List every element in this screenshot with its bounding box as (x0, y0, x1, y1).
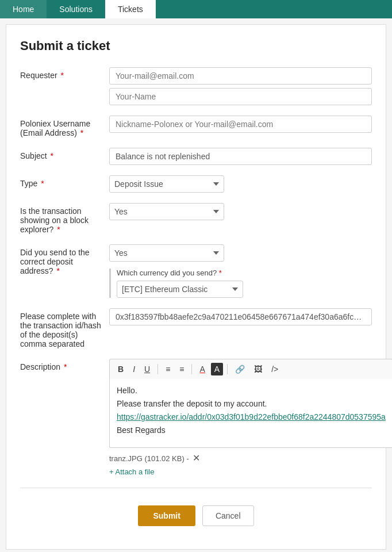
page-container: Submit a ticket Requester * Poloniex Use… (6, 24, 386, 550)
form-footer: Submit Cancel (20, 505, 372, 526)
requester-label: Requester * (20, 67, 109, 80)
toolbar-separator-1 (157, 364, 158, 374)
subject-label: Subject * (20, 148, 109, 160)
type-select[interactable]: Deposit Issue Withdrawal Issue Trade Iss… (109, 175, 224, 193)
nav-home[interactable]: Home (0, 0, 47, 18)
description-row: Description * B I U ≡ ≡ A A 🔗 🖼 /> Hello… (20, 359, 372, 476)
subject-row: Subject * (20, 148, 372, 165)
bg-color-button[interactable]: A (211, 363, 223, 375)
block-explorer-row: Is the transaction showing on a block ex… (20, 203, 372, 234)
transaction-field (109, 308, 372, 325)
description-line-3: https://gastracker.io/addr/0x03d3f01b9d2… (117, 411, 386, 423)
link-button[interactable]: 🔗 (232, 363, 248, 375)
poloniex-field (109, 116, 372, 133)
type-field: Deposit Issue Withdrawal Issue Trade Iss… (109, 175, 372, 193)
page-title: Submit a ticket (20, 39, 372, 53)
editor-toolbar: B I U ≡ ≡ A A 🔗 🖼 /> (109, 359, 392, 379)
description-line-4: Best Regards (117, 424, 386, 436)
description-editor[interactable]: Hello. Please transfer the deposit to my… (109, 379, 392, 448)
block-explorer-select[interactable]: Yes No (109, 203, 224, 220)
bold-button[interactable]: B (114, 363, 127, 375)
poloniex-input[interactable] (109, 116, 372, 133)
subject-field (109, 148, 372, 165)
toolbar-separator-3 (227, 364, 228, 374)
font-color-button[interactable]: A (196, 363, 208, 375)
type-row: Type * Deposit Issue Withdrawal Issue Tr… (20, 175, 372, 193)
subject-required: * (51, 151, 53, 160)
requester-required: * (60, 71, 63, 80)
description-required: * (64, 362, 67, 371)
correct-deposit-select[interactable]: Yes No (109, 244, 224, 262)
transaction-row: Please complete with the transaction id/… (20, 308, 372, 348)
form-divider (20, 488, 372, 488)
description-line-2: Please transfer the deposit to my accoun… (117, 398, 386, 410)
description-field: B I U ≡ ≡ A A 🔗 🖼 /> Hello. Please trans… (109, 359, 392, 476)
currency-label: Which currency did you send? * (117, 269, 372, 277)
subject-input[interactable] (109, 148, 372, 165)
requester-name-input[interactable] (109, 88, 372, 105)
transaction-input[interactable] (109, 308, 372, 325)
correct-deposit-field: Yes No Which currency did you send? * [E… (109, 244, 372, 298)
attach-file-link[interactable]: + Attach a file (109, 467, 154, 476)
description-link: https://gastracker.io/addr/0x03d3f01b9d2… (117, 412, 386, 421)
unordered-list-button[interactable]: ≡ (162, 363, 174, 375)
type-required: * (41, 179, 44, 188)
cancel-button[interactable]: Cancel (202, 505, 254, 526)
code-button[interactable]: /> (268, 363, 282, 375)
correct-deposit-label: Did you send to the correct deposit addr… (20, 244, 109, 275)
currency-section: Which currency did you send? * [ETC] Eth… (109, 269, 372, 298)
italic-button[interactable]: I (129, 363, 139, 375)
block-explorer-field: Yes No (109, 203, 372, 220)
type-label: Type * (20, 175, 109, 188)
description-label: Description * (20, 359, 109, 371)
block-explorer-required: * (57, 225, 60, 234)
description-line-1: Hello. (117, 385, 386, 397)
transaction-label: Please complete with the transaction id/… (20, 308, 109, 348)
block-explorer-label: Is the transaction showing on a block ex… (20, 203, 109, 234)
image-button[interactable]: 🖼 (251, 363, 266, 375)
toolbar-separator-2 (191, 364, 192, 374)
correct-deposit-row: Did you send to the correct deposit addr… (20, 244, 372, 298)
requester-fields (109, 67, 372, 105)
remove-attachment-button[interactable]: ✕ (193, 454, 200, 463)
submit-button[interactable]: Submit (138, 505, 195, 526)
poloniex-required: * (80, 128, 83, 137)
currency-select[interactable]: [ETC] Ethereum Classic [ETH] Ethereum [B… (117, 281, 243, 298)
ordered-list-button[interactable]: ≡ (176, 363, 187, 375)
requester-row: Requester * (20, 67, 372, 105)
navigation: Home Solutions Tickets (0, 0, 392, 18)
attachment-filename: tranz.JPG (101.02 KB) - (109, 454, 189, 463)
poloniex-row: Poloniex Username (Email Address) * (20, 116, 372, 137)
nav-tickets[interactable]: Tickets (105, 0, 156, 18)
requester-email-input[interactable] (109, 67, 372, 85)
currency-required: * (219, 269, 222, 277)
correct-deposit-required: * (56, 266, 59, 275)
nav-solutions[interactable]: Solutions (47, 0, 105, 18)
attachment-row: tranz.JPG (101.02 KB) - ✕ (109, 454, 392, 463)
underline-button[interactable]: U (141, 363, 153, 375)
poloniex-label: Poloniex Username (Email Address) * (20, 116, 109, 137)
